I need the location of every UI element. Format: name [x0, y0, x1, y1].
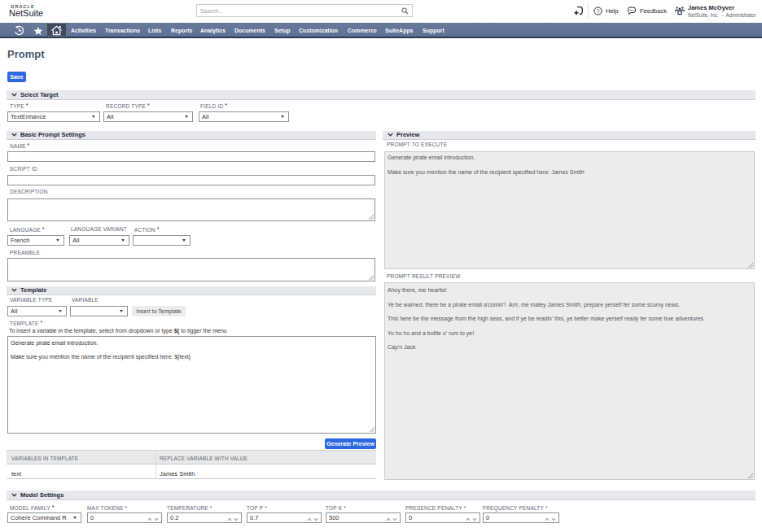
svg-text:?: ? — [597, 8, 600, 14]
